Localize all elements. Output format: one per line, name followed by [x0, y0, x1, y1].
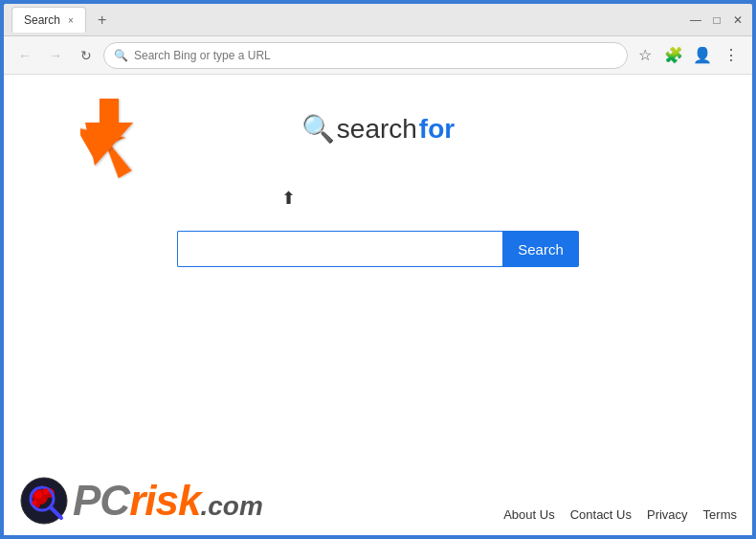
browser-tab[interactable]: Search ×	[11, 7, 86, 33]
pcrisk-icon-svg	[19, 476, 69, 526]
footer-link-privacy[interactable]: Privacy	[647, 507, 688, 522]
pcrisk-logo: PCrisk.com	[19, 476, 263, 526]
refresh-icon: ↻	[80, 48, 92, 63]
favorites-button[interactable]: ☆	[632, 42, 658, 69]
cursor-indicator: ⬆	[281, 188, 296, 209]
pcrisk-text: PCrisk.com	[73, 477, 263, 525]
forward-button[interactable]: →	[42, 42, 69, 69]
svg-point-8	[34, 491, 42, 499]
svg-point-10	[33, 501, 37, 505]
forward-icon: →	[49, 48, 62, 63]
nav-right-controls: ☆ 🧩 👤 ⋮	[632, 42, 745, 69]
address-input[interactable]	[134, 49, 617, 62]
tab-title: Search	[24, 13, 60, 27]
more-options-button[interactable]: ⋮	[718, 42, 745, 69]
footer-link-terms[interactable]: Terms	[703, 507, 737, 522]
arrow-svg	[80, 94, 176, 180]
window-controls: — □ ✕	[689, 13, 745, 27]
svg-point-9	[43, 488, 49, 494]
browser-window: Search × + — □ ✕ ← → ↻ 🔍 ☆ 🧩 👤 ⋮	[2, 2, 754, 537]
close-button[interactable]: ✕	[731, 13, 745, 27]
new-tab-button[interactable]: +	[90, 8, 114, 33]
title-bar: Search × + — □ ✕	[4, 4, 752, 36]
extensions-button[interactable]: 🧩	[660, 42, 687, 69]
page-content: 🔍 search for ⬆ Search	[4, 75, 752, 535]
search-area: Search	[177, 231, 579, 267]
footer-links: About Us Contact Us Privacy Terms	[503, 507, 737, 522]
pcrisk-risk: risk	[129, 477, 200, 524]
back-icon: ←	[18, 48, 32, 63]
search-button[interactable]: Search	[502, 231, 579, 267]
tab-close-button[interactable]: ×	[68, 15, 74, 26]
back-button[interactable]: ←	[11, 42, 38, 69]
navigation-bar: ← → ↻ 🔍 ☆ 🧩 👤 ⋮	[4, 36, 752, 75]
search-input[interactable]	[177, 231, 502, 267]
address-search-icon: 🔍	[114, 49, 128, 62]
page-footer: PCrisk.com About Us Contact Us Privacy T…	[4, 430, 752, 535]
footer-link-about[interactable]: About Us	[503, 507, 554, 522]
logo-area: 🔍 search for	[301, 113, 455, 145]
arrow-annotation	[80, 94, 157, 170]
refresh-button[interactable]: ↻	[73, 42, 100, 69]
maximize-button[interactable]: □	[710, 13, 723, 27]
pcrisk-domain: .com	[200, 491, 262, 521]
minimize-button[interactable]: —	[689, 13, 702, 27]
profile-button[interactable]: 👤	[689, 42, 716, 69]
pcrisk-pc: PC	[73, 477, 129, 524]
logo-text-search: search	[337, 114, 417, 145]
logo-text-for: for	[419, 114, 455, 145]
logo-search-icon: 🔍	[301, 113, 335, 145]
footer-link-contact[interactable]: Contact Us	[570, 507, 632, 522]
address-bar[interactable]: 🔍	[103, 42, 628, 69]
